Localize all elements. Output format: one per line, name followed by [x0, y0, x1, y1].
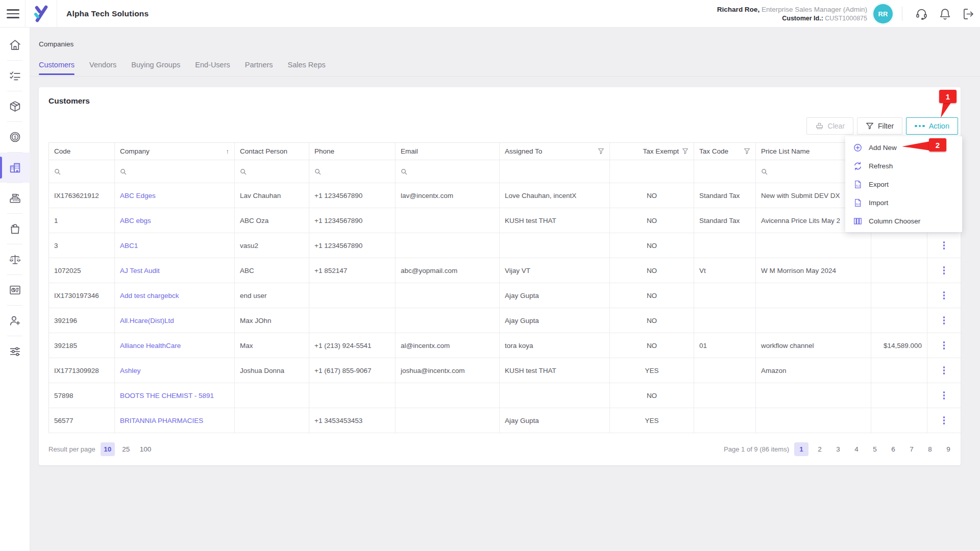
menu-item-column-chooser[interactable]: Column Chooser — [845, 212, 962, 230]
sidebar-item-coin[interactable]: $ — [0, 122, 30, 152]
company-link[interactable]: Alliance HealthCare — [120, 342, 181, 349]
table-row[interactable]: 1072025 AJ Test Audit ABC +1 852147 abc@… — [49, 258, 961, 283]
filter-funnel-icon[interactable] — [682, 148, 689, 155]
row-menu-kebab-icon[interactable] — [943, 416, 945, 424]
cell-tax-exempt: NO — [610, 333, 694, 358]
page-number[interactable]: 4 — [849, 442, 864, 456]
sidebar-item-cash-register[interactable] — [0, 183, 30, 213]
company-link[interactable]: ABC ebgs — [120, 217, 151, 224]
page-size-option[interactable]: 25 — [119, 442, 133, 456]
sidebar-item-report[interactable] — [0, 275, 30, 305]
row-menu-kebab-icon[interactable] — [943, 266, 945, 274]
sidebar-item-shopping-bag[interactable] — [0, 214, 30, 244]
search-contact-input[interactable] — [235, 160, 309, 183]
page-number[interactable]: 5 — [868, 442, 882, 456]
company-link[interactable]: ABC1 — [120, 242, 138, 249]
cell-code: 3 — [49, 233, 115, 258]
table-row[interactable]: 3 ABC1 vasu2 +1 1234567890 — [49, 233, 961, 258]
filter-funnel-icon[interactable] — [744, 148, 750, 155]
plus-circle-icon — [853, 143, 862, 152]
company-link[interactable]: BRITANNIA PHARMACIES — [120, 417, 203, 424]
header-assigned-to[interactable]: Assigned To — [500, 143, 610, 160]
menu-item-refresh[interactable]: Refresh — [845, 157, 962, 175]
search-email-input[interactable] — [396, 160, 500, 183]
company-link[interactable]: ABC Edges — [120, 192, 156, 199]
hamburger-menu-icon[interactable] — [7, 9, 19, 18]
company-link[interactable]: All.Hcare(Dist)Ltd — [120, 317, 174, 324]
app-logo[interactable] — [25, 0, 57, 28]
table-row[interactable]: 57898 BOOTS THE CHEMIST - 5891 — [49, 383, 961, 408]
menu-item-export[interactable]: XLS Export — [845, 175, 962, 193]
company-link[interactable]: Add test chargebck — [120, 292, 179, 299]
clear-button[interactable]: Clear — [806, 117, 853, 135]
row-menu-kebab-icon[interactable] — [943, 366, 945, 374]
sidebar-item-home[interactable] — [0, 30, 30, 60]
tab[interactable]: End-Users — [195, 54, 230, 77]
row-menu-kebab-icon[interactable] — [943, 291, 945, 299]
header-contact-person[interactable]: Contact Person — [235, 143, 309, 160]
row-menu-kebab-icon[interactable] — [943, 241, 945, 249]
page-number[interactable]: 8 — [923, 442, 937, 456]
page-number[interactable]: 3 — [831, 442, 845, 456]
filter-funnel-icon[interactable] — [598, 148, 604, 155]
page-number[interactable]: 7 — [904, 442, 919, 456]
filter-button[interactable]: Filter — [857, 117, 902, 135]
cell-code: 56577 — [49, 408, 115, 433]
tab[interactable]: Customers — [39, 54, 75, 77]
sidebar-item-add-user[interactable] — [0, 306, 30, 336]
table-row[interactable]: IX1771309928 Ashley Joshua Donna +1 (617… — [49, 358, 961, 383]
search-phone-input[interactable] — [309, 160, 396, 183]
row-menu-kebab-icon[interactable] — [943, 391, 945, 399]
tab[interactable]: Partners — [245, 54, 273, 77]
company-link[interactable]: Ashley — [120, 367, 141, 374]
report-icon — [9, 284, 21, 296]
menu-item-import[interactable]: XLS Import — [845, 193, 962, 212]
sort-asc-icon[interactable]: ↑ — [226, 147, 230, 155]
action-button[interactable]: Action — [906, 117, 958, 135]
sidebar-item-sliders[interactable] — [0, 336, 30, 366]
sidebar-item-checklist[interactable] — [0, 61, 30, 91]
filter-tax-code-cell[interactable] — [694, 160, 756, 183]
header-code[interactable]: Code — [49, 143, 115, 160]
tab[interactable]: Vendors — [89, 54, 116, 77]
sidebar-item-balance-scale[interactable]: D C — [0, 244, 30, 274]
logout-icon[interactable] — [957, 0, 980, 28]
row-menu-kebab-icon[interactable] — [943, 316, 945, 324]
page-number[interactable]: 9 — [941, 442, 955, 456]
company-link[interactable]: AJ Test Audit — [120, 267, 160, 274]
page-number[interactable]: 6 — [886, 442, 900, 456]
table-row[interactable]: 1 ABC ebgs ABC Oza +1 1234567890 KUSH te… — [49, 208, 961, 233]
page-size-option[interactable]: 10 — [101, 442, 115, 456]
search-company-input[interactable] — [115, 160, 235, 183]
header-tax-exempt[interactable]: Tax Exempt — [610, 143, 694, 160]
table-row[interactable]: 392196 All.Hcare(Dist)Ltd Max JOhn Ajay … — [49, 308, 961, 333]
sidebar-item-package[interactable] — [0, 91, 30, 121]
tab[interactable]: Buying Groups — [131, 54, 180, 77]
cell-price-list — [756, 233, 871, 258]
page-size-option[interactable]: 100 — [137, 442, 154, 456]
company-link[interactable]: BOOTS THE CHEMIST - 5891 — [120, 392, 214, 399]
header-tax-code[interactable]: Tax Code — [694, 143, 756, 160]
cell-phone: +1 3453453453 — [309, 408, 396, 433]
header-email[interactable]: Email — [396, 143, 500, 160]
tab[interactable]: Sales Reps — [288, 54, 326, 77]
avatar[interactable]: RR — [873, 4, 893, 23]
page-number[interactable]: 2 — [813, 442, 827, 456]
page-number[interactable]: 1 — [794, 442, 808, 456]
support-headset-icon[interactable] — [910, 0, 933, 28]
cell-tax-code — [694, 383, 756, 408]
table-row[interactable]: IX1730197346 Add test chargebck end user… — [49, 283, 961, 308]
sidebar-item-companies[interactable] — [0, 153, 30, 183]
filter-tax-exempt-cell[interactable] — [610, 160, 694, 183]
row-menu-kebab-icon[interactable] — [943, 341, 945, 349]
table-row[interactable]: IX1763621912 ABC Edges Lav Chauhan +1 12… — [49, 183, 961, 208]
header-phone[interactable]: Phone — [309, 143, 396, 160]
cell-phone: +1 (617) 855-9067 — [309, 358, 396, 383]
search-code-input[interactable] — [49, 160, 115, 183]
table-row[interactable]: 392185 Alliance HealthCare Max +1 (213) … — [49, 333, 961, 358]
filter-assigned-cell[interactable] — [500, 160, 610, 183]
cell-tax-code: Vt — [694, 258, 756, 283]
notifications-bell-icon[interactable] — [933, 0, 957, 28]
table-row[interactable]: 56577 BRITANNIA PHARMACIES +1 3453453453… — [49, 408, 961, 433]
header-company[interactable]: Company ↑ — [115, 143, 235, 160]
